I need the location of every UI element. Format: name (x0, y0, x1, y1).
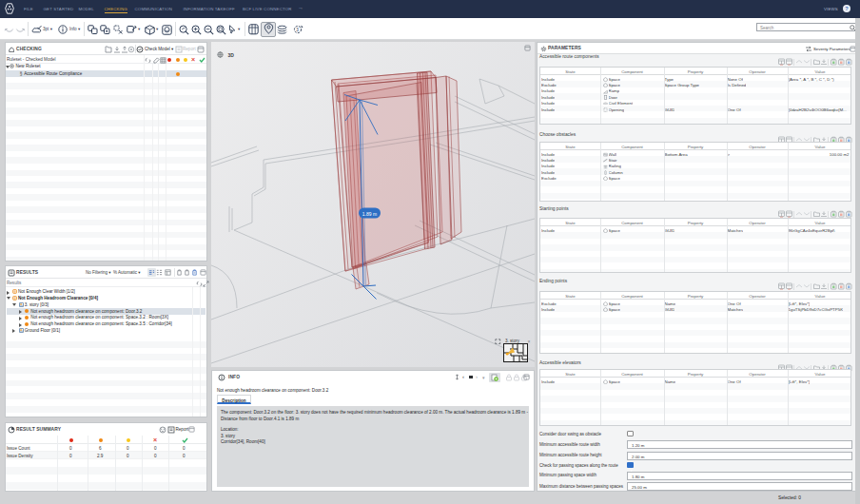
svg-text:3: 3 (296, 28, 299, 32)
svg-text:1.89 m: 1.89 m (362, 211, 377, 217)
